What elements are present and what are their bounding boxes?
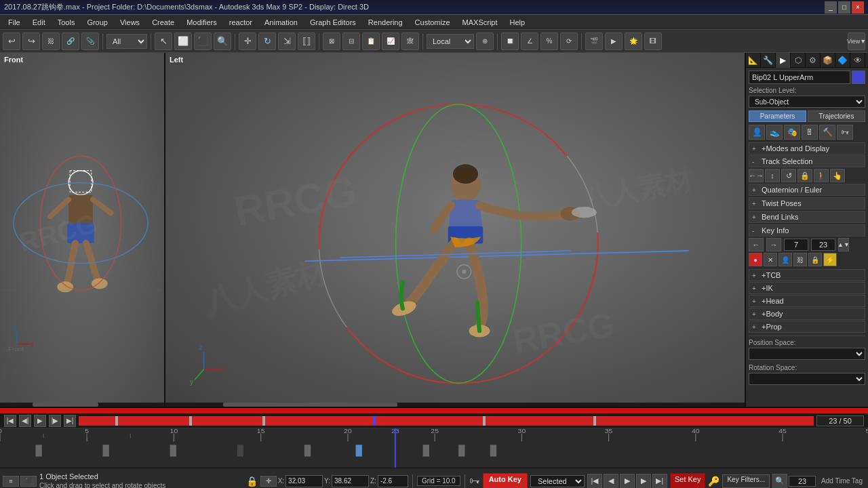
object-color-swatch[interactable] (852, 70, 865, 84)
key-chain-icon[interactable]: ⛓ (793, 253, 807, 266)
track-updown-button[interactable]: ↕ (765, 169, 780, 182)
zoom-icon[interactable]: 🔍 (772, 474, 787, 489)
curve-editor-button[interactable]: 📈 (382, 33, 399, 50)
track-select-button[interactable]: 👆 (830, 169, 845, 182)
key-icon-panel[interactable]: 🗝 (837, 125, 853, 140)
key-body-icon[interactable]: 👤 (778, 253, 792, 266)
prev-frame-button[interactable]: ◀ (604, 474, 618, 489)
object-name-input[interactable] (749, 70, 850, 84)
viewport-front[interactable]: Front (0, 53, 165, 407)
mirror-button[interactable]: ⊠ (323, 33, 340, 50)
unlink-button[interactable]: 🔗 (62, 33, 79, 50)
ik-section[interactable]: + +IK (749, 282, 865, 294)
close-button[interactable]: × (852, 1, 864, 14)
motion-icon[interactable]: 🎭 (784, 125, 800, 140)
track-selection-header[interactable]: - Track Selection (749, 155, 865, 167)
bend-links-header[interactable]: + Bend Links (749, 211, 865, 223)
media-player-button[interactable]: 🎞 (644, 33, 662, 50)
tab-motion[interactable]: ▶ (776, 53, 791, 68)
maximize-button[interactable]: □ (838, 1, 850, 14)
mixer-icon[interactable]: 🎚 (802, 125, 818, 140)
workbench-icon[interactable]: 🔨 (819, 125, 835, 140)
play-button[interactable]: ▶ (34, 415, 46, 427)
track-prev-button[interactable]: ←→ (749, 169, 764, 182)
play-anim-button[interactable]: ▶ (620, 474, 635, 489)
modes-display-section[interactable]: + +Modes and Display (749, 142, 865, 155)
select-button[interactable]: ↖ (155, 33, 172, 50)
track-body-button[interactable]: 🚶 (814, 169, 829, 182)
key-up-button[interactable]: ▲▼ (838, 238, 849, 251)
tab-display2[interactable]: 👁 (850, 53, 865, 68)
rotate-button[interactable]: ↻ (258, 33, 276, 50)
selection-level-dropdown[interactable]: Sub-Object (749, 96, 865, 108)
pivot-button[interactable]: ⊕ (476, 33, 494, 50)
key-tangent-icon[interactable]: ⚡ (823, 253, 837, 266)
render-setup-button[interactable]: 🎬 (585, 33, 603, 50)
key-frame-input[interactable] (784, 239, 808, 251)
redo-button[interactable]: ↪ (22, 33, 40, 50)
viewport-left[interactable]: Left (165, 53, 745, 407)
menu-create[interactable]: Create (146, 17, 180, 28)
squash-button[interactable]: ⟦⟧ (298, 33, 315, 50)
activeshade-button[interactable]: 🌟 (625, 33, 642, 50)
go-start-button[interactable]: |◀ (4, 415, 16, 427)
status-icon-1[interactable]: ≡ (3, 476, 19, 487)
menu-help[interactable]: Help (505, 17, 531, 28)
prev-key-button[interactable]: ◀| (19, 415, 31, 427)
angle-snap-button[interactable]: ∠ (521, 33, 538, 50)
spinner-snap-button[interactable]: ⟳ (560, 33, 578, 50)
menu-animation[interactable]: Animation (259, 17, 303, 28)
reference-coord-dropdown[interactable]: Local (427, 34, 474, 49)
key-info-header[interactable]: - Key Info (749, 224, 865, 237)
window-controls[interactable]: _ □ × (825, 1, 864, 14)
key-prev-button[interactable]: ← (749, 238, 764, 251)
menu-tools[interactable]: Tools (52, 17, 81, 28)
rotation-space-dropdown[interactable] (749, 373, 865, 385)
go-end-button[interactable]: ▶| (64, 415, 76, 427)
key-icon-status[interactable]: 🗝 (469, 475, 480, 487)
head-section[interactable]: + +Head (749, 295, 865, 307)
menu-views[interactable]: Views (115, 17, 145, 28)
menu-group[interactable]: Group (81, 17, 113, 28)
parameters-tab[interactable]: Parameters (749, 110, 806, 122)
percent-snap-button[interactable]: % (540, 33, 558, 50)
tcb-section[interactable]: + +TCB (749, 269, 865, 281)
align-button[interactable]: ⊟ (342, 33, 360, 50)
selected-dropdown[interactable]: Selected (530, 475, 585, 487)
menu-customize[interactable]: Customize (410, 17, 456, 28)
position-space-dropdown[interactable] (749, 348, 865, 360)
view-menu-button[interactable]: View▼ (848, 33, 865, 50)
next-key-button[interactable]: |▶ (49, 415, 61, 427)
menu-maxscript[interactable]: MAXScript (457, 17, 503, 28)
frame-ruler[interactable]: 0 5 10 15 20 23 25 30 35 40 45 50 (0, 428, 868, 468)
tab-create[interactable]: 🔷 (835, 53, 850, 68)
filter-icon[interactable]: 🔑 (708, 476, 719, 487)
snap-toggle-button[interactable]: 🔲 (501, 33, 519, 50)
select-link-button[interactable]: ⛓ (42, 33, 60, 50)
status-icon-2[interactable]: ⬛ (20, 476, 37, 487)
key-delete-icon[interactable]: ● (749, 253, 762, 266)
scale-button[interactable]: ⇲ (278, 33, 296, 50)
tab-modify[interactable]: 🔧 (761, 53, 776, 68)
menu-rendering[interactable]: Rendering (363, 17, 408, 28)
key-filters-button[interactable]: Key Filters... (722, 474, 770, 488)
tab-utilities[interactable]: ⚙ (806, 53, 821, 68)
minimize-button[interactable]: _ (825, 1, 837, 14)
menu-reactor[interactable]: reactor (224, 17, 258, 28)
key-lock-icon[interactable]: 🔒 (808, 253, 822, 266)
y-input[interactable] (332, 475, 369, 487)
twist-poses-header[interactable]: + Twist Poses (749, 197, 865, 209)
next-frame-button[interactable]: ▶ (636, 474, 651, 489)
footstep-icon[interactable]: 👟 (766, 125, 783, 140)
layer-manager-button[interactable]: 📋 (362, 33, 380, 50)
bind-button[interactable]: 📎 (81, 33, 99, 50)
set-key-button[interactable]: Set Key (670, 473, 706, 489)
menu-graph-editors[interactable]: Graph Editors (304, 17, 361, 28)
tab-hierarchy[interactable]: ⬡ (791, 53, 806, 68)
track-rotate-button[interactable]: ↺ (781, 169, 796, 182)
key-next-button[interactable]: → (766, 238, 781, 251)
key-value-input[interactable] (811, 239, 835, 251)
prop-section[interactable]: + +Prop (749, 321, 865, 333)
timeline-track[interactable] (79, 416, 814, 426)
quat-euler-header[interactable]: + Quaternion / Euler (749, 184, 865, 196)
